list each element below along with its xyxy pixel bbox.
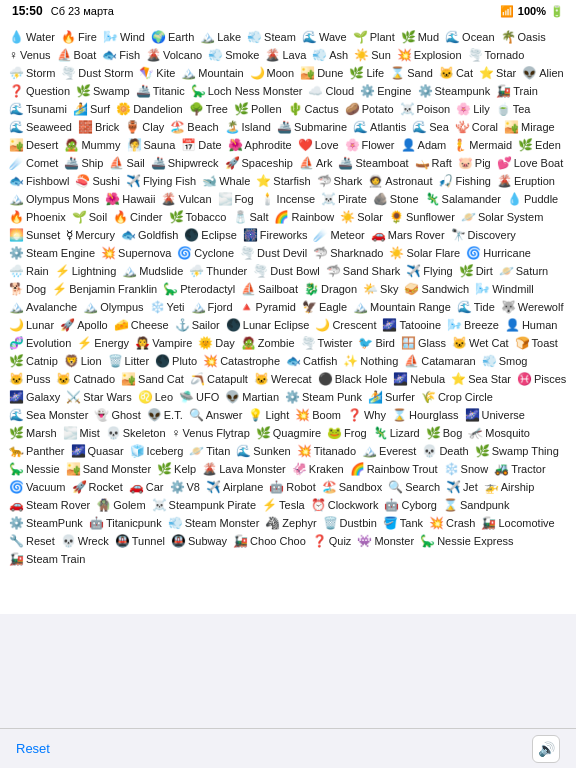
list-item[interactable]: 🌌Quasar [68, 442, 127, 460]
list-item[interactable]: 🌈Rainbow Trout [347, 460, 441, 478]
list-item[interactable]: 🛶Raft [412, 154, 455, 172]
list-item[interactable]: 🌙Crescent [312, 316, 379, 334]
list-item[interactable]: 🔥Cinder [110, 208, 165, 226]
list-item[interactable]: 🏜️Sand Monster [63, 460, 154, 478]
list-item[interactable]: 🚢Steamboat [335, 154, 411, 172]
list-item[interactable]: 🐱Catnado [53, 370, 118, 388]
list-item[interactable]: ⚡Energy [74, 334, 132, 352]
list-item[interactable]: 🦕Pterodactyl [160, 280, 238, 298]
list-item[interactable]: 🌌Universe [462, 406, 528, 424]
list-item[interactable]: ⚡Lightning [52, 262, 120, 280]
list-item[interactable]: 🧟Zombie [238, 334, 298, 352]
list-item[interactable]: 🌿Quagmire [253, 424, 324, 442]
list-item[interactable]: 🏔️Fjord [188, 298, 236, 316]
list-item[interactable]: 🌌Nebula [390, 370, 448, 388]
list-item[interactable]: 🌬️Windmill [472, 280, 537, 298]
list-item[interactable]: 🪣Tank [380, 514, 426, 532]
list-item[interactable]: 💀Wreck [58, 532, 112, 550]
list-item[interactable]: 💀Skeleton [103, 424, 169, 442]
list-item[interactable]: 💀Death [419, 442, 471, 460]
list-item[interactable]: ⚙️Steam Punk [282, 388, 365, 406]
list-item[interactable]: ⚓Sailor [172, 316, 223, 334]
list-item[interactable]: 💕Love Boat [494, 154, 567, 172]
list-item[interactable]: 🌊Seaweed [6, 118, 75, 136]
list-item[interactable]: 🌑Lunar Eclipse [223, 316, 313, 334]
list-item[interactable]: 🌫️Fog [215, 190, 257, 208]
list-item[interactable]: 🐕Dog [6, 280, 49, 298]
list-item[interactable]: 🌙Moon [247, 64, 298, 82]
list-item[interactable]: 🌵Cactus [285, 100, 342, 118]
list-item[interactable]: 🌪️Dust Devil [237, 244, 310, 262]
list-item[interactable]: 🧊Iceberg [127, 442, 187, 460]
list-item[interactable]: 🪸Coral [452, 118, 501, 136]
list-item[interactable]: 🌑Eclipse [181, 226, 239, 244]
list-item[interactable]: 🌊Sea Monster [6, 406, 91, 424]
list-item[interactable]: 🚢Ship [61, 154, 106, 172]
list-item[interactable]: 🏔️Mountain Range [350, 298, 454, 316]
list-item[interactable]: 🔭Discovery [448, 226, 519, 244]
list-item[interactable]: ☄️Comet [6, 154, 61, 172]
list-item[interactable]: 🏝️Island [222, 118, 274, 136]
list-item[interactable]: 🍣Sushi [72, 172, 123, 190]
list-item[interactable]: ✈️Airplane [203, 478, 266, 496]
list-item[interactable]: 🚜Tractor [491, 460, 548, 478]
list-item[interactable]: 🐦Bird [355, 334, 398, 352]
list-item[interactable]: 🌊Atlantis [350, 118, 409, 136]
list-item[interactable]: ⛵Ark [296, 154, 336, 172]
list-item[interactable]: 🏄Surf [70, 100, 113, 118]
list-item[interactable]: 🐆Panther [6, 442, 68, 460]
list-item[interactable]: 🐉Dragon [301, 280, 360, 298]
list-item[interactable]: ☀️Solar [337, 208, 386, 226]
list-item[interactable]: 🌿Life [346, 64, 387, 82]
list-item[interactable]: ⛈️Thunder [186, 262, 250, 280]
list-item[interactable]: 🌍Earth [148, 28, 197, 46]
list-item[interactable]: ⛈️Storm [6, 64, 58, 82]
list-item[interactable]: 🗑️Litter [105, 352, 152, 370]
list-item[interactable]: 👤Adam [398, 136, 450, 154]
list-item[interactable]: 🌻Sunflower [386, 208, 458, 226]
list-item[interactable]: 🏄Surfer [365, 388, 418, 406]
list-item[interactable]: 🚗Car [126, 478, 167, 496]
list-item[interactable]: 🌺Aphrodite [225, 136, 295, 154]
list-item[interactable]: 💧Puddle [504, 190, 561, 208]
list-item[interactable]: 🧛Vampire [132, 334, 195, 352]
list-item[interactable]: ♀️Venus [6, 46, 54, 64]
list-item[interactable]: 🌿Mud [398, 28, 442, 46]
list-item[interactable]: 🌾Crop Circle [418, 388, 496, 406]
list-item[interactable]: 👾Monster [354, 532, 417, 550]
list-item[interactable]: 🤖Cyborg [381, 496, 439, 514]
list-item[interactable]: 🌋Eruption [494, 172, 558, 190]
list-item[interactable]: 🎣Fishing [435, 172, 493, 190]
list-item[interactable]: 💨Smog [479, 352, 531, 370]
list-item[interactable]: ⚔️Star Wars [63, 388, 135, 406]
list-item[interactable]: 🌬️Breeze [444, 316, 502, 334]
list-item[interactable]: ⛵Sailboat [238, 280, 301, 298]
list-item[interactable]: ❓Question [6, 82, 73, 100]
list-item[interactable]: 🌪️Dust Storm [58, 64, 136, 82]
list-item[interactable]: ⛵Catamaran [401, 352, 478, 370]
list-item[interactable]: ✈️Jet [443, 478, 481, 496]
list-item[interactable]: 🌋Lava Monster [199, 460, 289, 478]
list-item[interactable]: 🚀Spaceship [222, 154, 296, 172]
list-item[interactable]: 🌿Dirt [456, 262, 496, 280]
list-item[interactable]: 🔍Answer [186, 406, 246, 424]
list-item[interactable]: 🧂Salt [230, 208, 272, 226]
list-item[interactable]: 🌌Galaxy [6, 388, 63, 406]
list-item[interactable]: 🏖️Sandbox [319, 478, 385, 496]
list-item[interactable]: 🚗Mars Rover [368, 226, 448, 244]
list-item[interactable]: 💨Steam [244, 28, 299, 46]
list-item[interactable]: 🚂Locomotive [478, 514, 557, 532]
list-item[interactable]: ⚙️V8 [167, 478, 203, 496]
list-item[interactable]: 💨Smoke [205, 46, 262, 64]
list-item[interactable]: 🌀Vacuum [6, 478, 69, 496]
list-item[interactable]: 🦈Shark [314, 172, 366, 190]
list-item[interactable]: ❤️Love [295, 136, 342, 154]
list-item[interactable]: 🍞Toast [512, 334, 561, 352]
list-item[interactable]: 🏔️Olympus [80, 298, 146, 316]
list-item[interactable]: ⚡Tesla [259, 496, 308, 514]
list-item[interactable]: 🌀Hurricane [463, 244, 534, 262]
list-item[interactable]: 🌿Tobacco [166, 208, 230, 226]
list-item[interactable]: 💥Crash [426, 514, 478, 532]
list-item[interactable]: ⭐Sea Star [448, 370, 514, 388]
list-item[interactable]: ❓Quiz [309, 532, 355, 550]
